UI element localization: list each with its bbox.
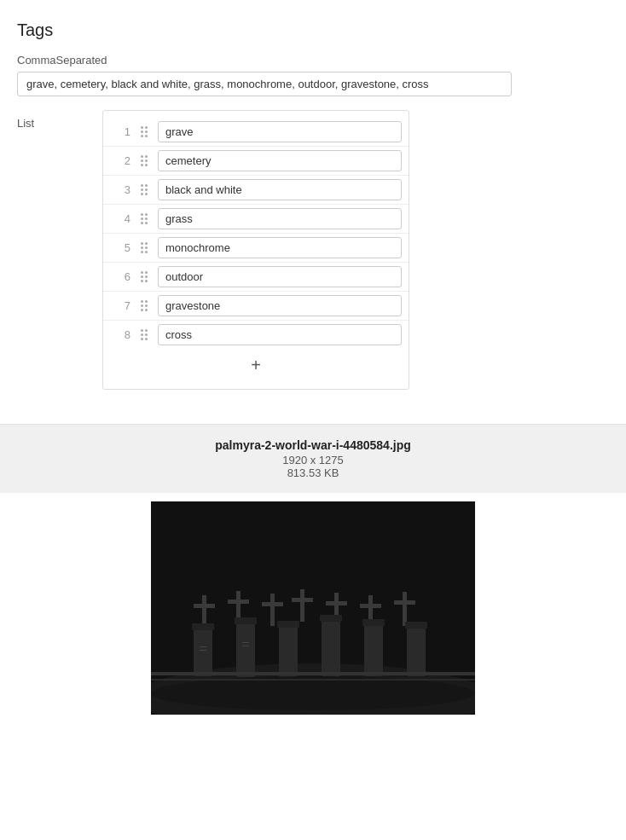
row-number: 8 bbox=[110, 328, 130, 341]
svg-rect-24 bbox=[364, 621, 383, 676]
svg-rect-29 bbox=[200, 646, 206, 647]
svg-rect-9 bbox=[292, 598, 313, 602]
row-number: 2 bbox=[110, 154, 130, 167]
tag-input[interactable] bbox=[158, 266, 402, 287]
image-dimensions: 1920 x 1275 bbox=[14, 454, 612, 466]
svg-rect-14 bbox=[403, 592, 407, 626]
drag-handle-icon[interactable] bbox=[137, 328, 151, 342]
comma-separated-input[interactable] bbox=[17, 72, 512, 96]
list-item: 4 bbox=[103, 205, 409, 234]
list-item: 2 bbox=[103, 147, 409, 176]
drag-handle-icon[interactable] bbox=[137, 270, 151, 284]
svg-rect-11 bbox=[326, 601, 347, 605]
row-number: 3 bbox=[110, 183, 130, 196]
row-number: 6 bbox=[110, 270, 130, 283]
drag-handle-icon[interactable] bbox=[137, 299, 151, 313]
svg-rect-21 bbox=[277, 621, 299, 628]
image-info-section: palmyra-2-world-war-i-4480584.jpg 1920 x… bbox=[0, 425, 626, 493]
svg-rect-20 bbox=[279, 623, 298, 677]
list-item: 3 bbox=[103, 176, 409, 205]
list-item: 1 bbox=[103, 118, 409, 147]
drag-handle-icon[interactable] bbox=[137, 183, 151, 197]
svg-rect-19 bbox=[235, 617, 257, 624]
svg-rect-8 bbox=[300, 589, 304, 622]
tag-input[interactable] bbox=[158, 121, 402, 142]
drag-handle-icon[interactable] bbox=[137, 241, 151, 255]
svg-rect-26 bbox=[407, 623, 426, 676]
list-item: 8 bbox=[103, 321, 409, 349]
svg-rect-18 bbox=[236, 619, 255, 677]
row-number: 4 bbox=[110, 212, 130, 225]
tag-list-container: 1 2 3 4 5 6 7 8 bbox=[102, 110, 409, 390]
drag-handle-icon[interactable] bbox=[137, 125, 151, 139]
svg-rect-23 bbox=[320, 615, 342, 622]
svg-rect-33 bbox=[151, 672, 475, 675]
tag-input[interactable] bbox=[158, 295, 402, 316]
svg-rect-27 bbox=[405, 622, 427, 629]
tag-input[interactable] bbox=[158, 208, 402, 229]
svg-rect-6 bbox=[270, 594, 275, 626]
tag-input[interactable] bbox=[158, 237, 402, 258]
list-item: 7 bbox=[103, 292, 409, 321]
add-tag-button[interactable]: + bbox=[103, 349, 409, 382]
svg-rect-25 bbox=[362, 619, 385, 626]
image-filename: palmyra-2-world-war-i-4480584.jpg bbox=[14, 438, 612, 452]
svg-rect-5 bbox=[228, 600, 249, 604]
svg-rect-3 bbox=[194, 604, 215, 608]
tag-input[interactable] bbox=[158, 179, 402, 200]
svg-rect-32 bbox=[242, 646, 249, 646]
image-preview-container bbox=[0, 493, 626, 732]
page-title: Tags bbox=[17, 20, 609, 40]
list-item: 6 bbox=[103, 263, 409, 292]
tag-input[interactable] bbox=[158, 150, 402, 171]
row-number: 5 bbox=[110, 241, 130, 254]
svg-rect-34 bbox=[151, 679, 475, 681]
svg-rect-17 bbox=[192, 623, 214, 630]
list-section: List 1 2 3 4 5 6 7 bbox=[17, 110, 609, 390]
list-label: List bbox=[17, 110, 102, 130]
svg-rect-30 bbox=[200, 650, 206, 651]
row-number: 7 bbox=[110, 299, 130, 312]
cemetery-image bbox=[151, 501, 475, 715]
image-filesize: 813.53 KB bbox=[14, 466, 612, 479]
tags-section: Tags CommaSeparated List 1 2 3 4 5 6 bbox=[0, 0, 626, 407]
svg-rect-31 bbox=[242, 642, 249, 643]
svg-rect-22 bbox=[322, 617, 340, 676]
drag-handle-icon[interactable] bbox=[137, 212, 151, 226]
svg-rect-7 bbox=[262, 602, 283, 606]
drag-handle-icon[interactable] bbox=[137, 154, 151, 168]
row-number: 1 bbox=[110, 125, 130, 138]
svg-rect-13 bbox=[360, 604, 381, 608]
svg-rect-15 bbox=[394, 600, 415, 605]
svg-point-28 bbox=[151, 676, 475, 710]
tag-input[interactable] bbox=[158, 324, 402, 345]
image-preview bbox=[151, 501, 475, 715]
list-item: 5 bbox=[103, 234, 409, 263]
comma-separated-label: CommaSeparated bbox=[17, 54, 609, 67]
